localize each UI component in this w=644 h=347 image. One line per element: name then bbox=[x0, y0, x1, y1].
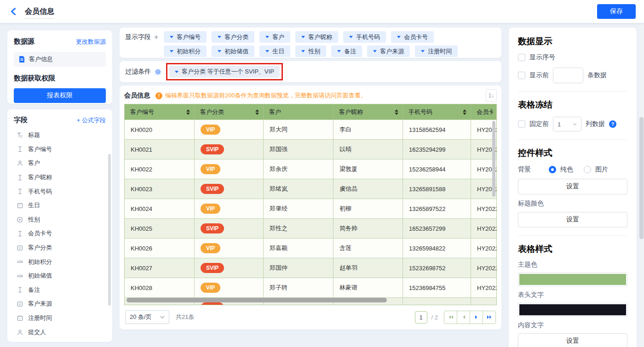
field-item[interactable]: 会员卡号 bbox=[14, 227, 106, 241]
field-item[interactable]: 手机号码 bbox=[14, 184, 106, 199]
freeze-columns-select[interactable]: 1 bbox=[553, 117, 581, 131]
pagination-bar: 20 条/页 共21条 / 2 bbox=[124, 309, 497, 325]
table-row[interactable]: KH0028VIP郑子聘林豪谱15236984755HY2022 bbox=[125, 278, 496, 297]
cell-customer: 郑大同 bbox=[264, 120, 334, 139]
category-badge: SVIP bbox=[201, 223, 224, 233]
field-item[interactable]: 备注 bbox=[14, 283, 106, 297]
table-row[interactable]: KH0026VIP郑嘉颖含莲13265984822HY2022 bbox=[125, 238, 496, 258]
field-item[interactable]: 提交人 bbox=[14, 325, 106, 339]
header-text-color-swatch[interactable] bbox=[518, 303, 627, 317]
display-field-chip[interactable]: 客户分类 bbox=[212, 31, 254, 43]
table-row[interactable]: KH0022VIP郑余庆梁敦厦15236258944HY2022 bbox=[125, 159, 496, 179]
text-icon bbox=[16, 146, 24, 152]
page-title[interactable]: 会员信息 bbox=[25, 7, 54, 19]
table-vertical-scrollbar[interactable] bbox=[492, 121, 495, 197]
sort-order-icon[interactable]: 1↓ bbox=[486, 89, 497, 102]
display-field-chip[interactable]: 生日 bbox=[259, 46, 290, 57]
display-field-chip[interactable]: 会员卡号 bbox=[391, 31, 434, 43]
table-row[interactable]: KH0020VIP郑大同李白13158562594HY2023 bbox=[125, 119, 496, 139]
display-field-chip[interactable]: 客户昵称 bbox=[295, 31, 338, 43]
filter-condition-chip[interactable]: 客户分类 等于任意一个 SVIP、VIP bbox=[169, 66, 280, 78]
table-horizontal-scrollbar[interactable] bbox=[126, 298, 387, 302]
add-display-field-button[interactable]: + bbox=[154, 34, 158, 41]
display-field-chip[interactable]: 客户编号 bbox=[164, 31, 207, 43]
report-permission-button[interactable]: 报表权限 bbox=[14, 88, 106, 103]
content-text-set-button[interactable]: 设置 bbox=[518, 333, 627, 347]
display-field-chip[interactable]: 手机号码 bbox=[343, 31, 386, 43]
theme-color-swatch[interactable] bbox=[518, 273, 627, 286]
header-text-color-fill bbox=[519, 304, 626, 315]
field-item[interactable]: 123初始积分 bbox=[14, 255, 106, 269]
solid-color-radio[interactable] bbox=[549, 166, 556, 173]
display-field-chip[interactable]: 性别 bbox=[295, 46, 326, 57]
next-page-button[interactable] bbox=[470, 311, 483, 324]
cell-category: VIP bbox=[195, 199, 264, 218]
table-row[interactable]: KH0023SVIP郑绪岚虞信品13265891588HY2022 bbox=[125, 179, 496, 199]
title-color-set-button[interactable]: 设置 bbox=[518, 212, 627, 228]
cell-card: HY2022 bbox=[471, 258, 497, 278]
display-field-chip[interactable]: 备注 bbox=[331, 46, 362, 57]
field-item[interactable]: 客户编号 bbox=[14, 142, 106, 157]
page-number-input[interactable] bbox=[415, 311, 427, 324]
table-row[interactable]: KH0025SVIP郑性之简务帅16523657299HY2022 bbox=[125, 218, 496, 238]
display-field-chip[interactable]: 客户来源 bbox=[367, 46, 410, 57]
sort-arrows-icon[interactable] bbox=[253, 109, 259, 115]
sort-arrows-icon[interactable] bbox=[460, 109, 466, 115]
column-header[interactable]: 手机号码 bbox=[403, 104, 471, 119]
back-button[interactable] bbox=[8, 7, 17, 16]
sort-arrows-icon[interactable] bbox=[392, 109, 398, 115]
fields-title: 字段 bbox=[14, 116, 28, 125]
cell-card: HY2022 bbox=[471, 199, 497, 218]
column-header[interactable]: 客户 bbox=[264, 104, 334, 119]
chip-label: 客户 bbox=[272, 33, 284, 41]
display-field-chip[interactable]: 注册时间 bbox=[415, 46, 458, 57]
display-field-chip[interactable]: 初始储值 bbox=[212, 46, 254, 57]
field-item[interactable]: 生日 bbox=[14, 199, 106, 213]
display-field-chip[interactable]: 客户 bbox=[259, 31, 290, 43]
fields-scrollbar[interactable] bbox=[108, 154, 111, 306]
cell-customer: 郑肇经 bbox=[264, 199, 334, 218]
change-datasource-link[interactable]: 更改数据源 bbox=[76, 38, 106, 46]
chevron-down-icon bbox=[421, 50, 425, 52]
image-label: 图片 bbox=[595, 165, 608, 174]
datasource-item[interactable]: 客户信息 bbox=[14, 52, 106, 67]
background-set-button[interactable]: 设置 bbox=[518, 179, 627, 194]
filter-settings-gear-icon[interactable] bbox=[155, 68, 161, 75]
page-scrollbar-thumb[interactable] bbox=[639, 117, 644, 239]
cell-customer: 郑嘉颖 bbox=[264, 239, 334, 258]
column-header[interactable]: 客户昵称 bbox=[334, 104, 403, 119]
chip-label: 备注 bbox=[344, 47, 356, 56]
field-item[interactable]: 标题 bbox=[14, 128, 106, 142]
image-radio[interactable] bbox=[584, 166, 591, 173]
column-header[interactable]: 客户编号 bbox=[125, 104, 195, 119]
previous-page-button[interactable] bbox=[457, 311, 470, 324]
field-item[interactable]: 客户 bbox=[14, 156, 106, 171]
rows-count-input[interactable] bbox=[553, 68, 583, 83]
field-item[interactable]: 性别 bbox=[14, 213, 106, 227]
chevron-down-icon bbox=[265, 50, 269, 52]
preview-notice-text: 编辑界面只取数据源前200条作为查询数据预览，完整数据请访问页面查看。 bbox=[165, 91, 367, 100]
freeze-columns-checkbox[interactable] bbox=[518, 120, 525, 128]
show-first-checkbox[interactable] bbox=[518, 72, 525, 79]
field-item[interactable]: 客户昵称 bbox=[14, 171, 106, 185]
column-header-label: 手机号码 bbox=[408, 108, 432, 116]
field-item[interactable]: 注册时间 bbox=[14, 311, 106, 325]
column-header[interactable]: 会员卡号 bbox=[471, 104, 497, 119]
help-icon[interactable]: ? bbox=[609, 120, 616, 128]
first-page-button[interactable] bbox=[444, 311, 457, 324]
table-row[interactable]: KH0021SVIP郑国强以晴16235294299HY2022 bbox=[125, 139, 496, 159]
field-item[interactable]: 客户来源 bbox=[14, 297, 106, 311]
display-field-chip[interactable]: 初始积分 bbox=[164, 46, 207, 57]
sort-arrows-icon[interactable] bbox=[184, 109, 190, 115]
page-size-select[interactable]: 20 条/页 bbox=[125, 310, 169, 324]
field-item[interactable]: 123初始储值 bbox=[14, 269, 106, 283]
table-row[interactable]: KH0024VIP郑肇经初柳13265897522HY2022 bbox=[125, 199, 496, 218]
field-item[interactable]: 客户分类 bbox=[14, 241, 106, 255]
field-item-label: 性别 bbox=[28, 216, 40, 224]
table-row[interactable]: KH0027SVIP郑国仲赵单羽15232698752HY2022 bbox=[125, 258, 496, 278]
last-page-button[interactable] bbox=[483, 311, 496, 324]
column-header[interactable]: 客户分类 bbox=[195, 104, 264, 119]
add-formula-field-link[interactable]: + 公式字段 bbox=[77, 116, 106, 125]
show-index-checkbox[interactable] bbox=[518, 54, 525, 61]
save-button[interactable]: 保存 bbox=[597, 4, 636, 19]
